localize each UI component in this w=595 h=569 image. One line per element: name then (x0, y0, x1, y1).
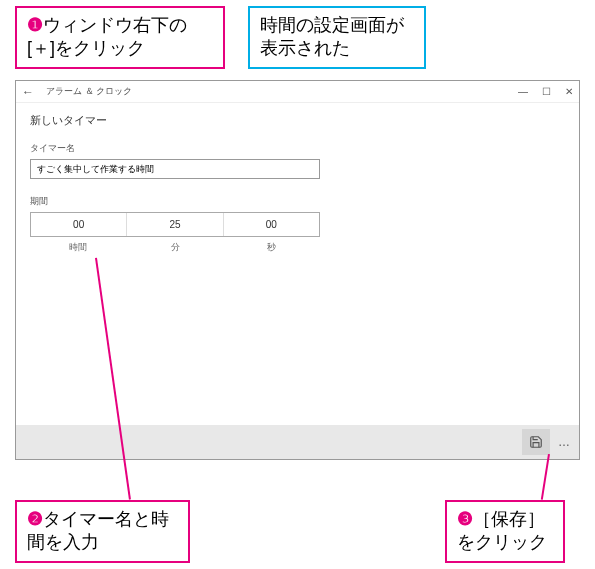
duration-picker[interactable]: 00 25 00 (30, 212, 320, 237)
timer-name-input[interactable] (30, 159, 320, 179)
callout-text: タイマー名と時間を入力 (27, 509, 169, 552)
callout-step-2: ❷タイマー名と時間を入力 (15, 500, 190, 563)
callout-number: ❷ (27, 509, 43, 529)
back-icon[interactable]: ← (22, 85, 34, 99)
callout-step-3: ❸［保存］をクリック (445, 500, 565, 563)
minimize-button[interactable]: — (518, 86, 528, 97)
seconds-cell[interactable]: 00 (224, 213, 319, 236)
seconds-unit: 秒 (223, 241, 320, 254)
more-button[interactable]: … (558, 435, 571, 449)
minutes-cell[interactable]: 25 (127, 213, 223, 236)
page-heading: 新しいタイマー (30, 113, 565, 128)
callout-line-3 (541, 454, 550, 500)
window-title: アラーム ＆ クロック (46, 85, 518, 98)
callout-result: 時間の設定画面が表示された (248, 6, 426, 69)
maximize-button[interactable]: ☐ (542, 86, 551, 97)
save-button[interactable] (522, 429, 550, 455)
minutes-unit: 分 (127, 241, 224, 254)
save-icon (529, 435, 543, 449)
callout-number: ❸ (457, 509, 473, 529)
window-controls: — ☐ ✕ (518, 86, 573, 97)
callout-text: 時間の設定画面が表示された (260, 15, 404, 58)
titlebar: ← アラーム ＆ クロック — ☐ ✕ (16, 81, 579, 103)
timer-name-label: タイマー名 (30, 142, 565, 155)
close-button[interactable]: ✕ (565, 86, 573, 97)
duration-label: 期間 (30, 195, 565, 208)
bottom-toolbar: … (16, 425, 579, 459)
callout-text: ウィンドウ右下の[＋]をクリック (27, 15, 187, 58)
callout-step-1: ❶ウィンドウ右下の[＋]をクリック (15, 6, 225, 69)
callout-number: ❶ (27, 15, 43, 35)
duration-unit-labels: 時間 分 秒 (30, 241, 320, 254)
hours-unit: 時間 (30, 241, 127, 254)
alarms-clock-window: ← アラーム ＆ クロック — ☐ ✕ 新しいタイマー タイマー名 期間 00 … (15, 80, 580, 460)
hours-cell[interactable]: 00 (31, 213, 127, 236)
window-content: 新しいタイマー タイマー名 期間 00 25 00 時間 分 秒 (16, 103, 579, 425)
